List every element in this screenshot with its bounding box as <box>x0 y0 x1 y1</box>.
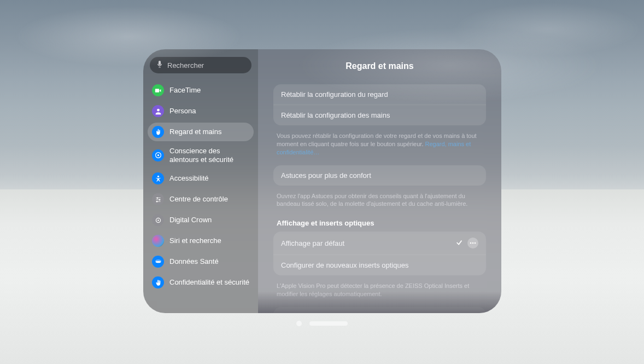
row-comfort-tips[interactable]: Astuces pour plus de confort <box>273 165 486 186</box>
caption-inserts: L'Apple Vision Pro peut détecter la prés… <box>273 280 486 307</box>
svg-point-5 <box>159 199 160 200</box>
sidebar-item-digital-crown[interactable]: Digital Crown <box>148 211 254 229</box>
group-display: Affichage par défaut Configurer de nouve… <box>273 232 486 275</box>
row-default-display[interactable]: Affichage par défaut <box>273 232 486 255</box>
siri-icon <box>152 235 164 247</box>
sidebar-item-label: Données Santé <box>169 257 219 266</box>
sidebar-item-label: Centre de contrôle <box>169 195 228 204</box>
sidebar-item-label: Regard et mains <box>169 128 221 136</box>
section-display-inserts: Affichage et inserts optiques <box>273 217 486 232</box>
sidebar-item-label: Accessibilité <box>169 174 209 183</box>
sidebar-item-eyes-hands[interactable]: Regard et mains <box>148 123 254 141</box>
settings-window: Rechercher FaceTime Persona Regard et ma… <box>143 49 501 313</box>
svg-point-8 <box>157 219 159 221</box>
svg-point-0 <box>157 108 160 111</box>
sidebar-item-health[interactable]: Données Santé <box>148 252 254 271</box>
row-refit-display[interactable]: Ajuster de nouveau l'affichage <box>273 307 486 313</box>
sidebar-item-control-center[interactable]: Centre de contrôle <box>148 190 254 209</box>
sidebar-item-label: Confidentialité et sécurité <box>169 278 249 287</box>
search-placeholder: Rechercher <box>167 61 204 70</box>
svg-point-13 <box>475 242 476 244</box>
row-label: Rétablir la configuration des mains <box>281 111 390 119</box>
hand-raised-icon <box>152 276 164 288</box>
pager-dot[interactable] <box>296 321 302 326</box>
svg-point-11 <box>470 242 472 244</box>
video-icon <box>152 84 164 96</box>
main-panel: Regard et mains Rétablir la configuratio… <box>258 49 501 313</box>
accessibility-icon <box>152 172 164 184</box>
page-title: Regard et mains <box>273 61 486 71</box>
row-label: Configurer de nouveaux inserts optiques <box>281 261 408 269</box>
sidebar-item-label: Persona <box>169 107 196 115</box>
sidebar-item-privacy[interactable]: Confidentialité et sécurité <box>148 273 254 292</box>
caption-comfort: Ouvrez l'app Astuces pour obtenir des co… <box>273 190 486 217</box>
microphone-icon <box>156 61 163 70</box>
more-button[interactable] <box>467 238 478 249</box>
svg-point-6 <box>156 201 157 202</box>
caption-rerun: Vous pouvez rétablir la configuration de… <box>273 130 486 165</box>
group-refit: Ajuster de nouveau l'affichage <box>273 307 486 313</box>
group-rerun: Rétablir la configuration du regard Réta… <box>273 84 486 125</box>
window-pager <box>296 321 348 326</box>
sidebar-item-label: Conscience des alentours et sécurité <box>169 147 249 164</box>
row-label: Astuces pour plus de confort <box>281 171 371 180</box>
sliders-icon <box>152 193 164 205</box>
person-icon <box>152 105 164 117</box>
sidebar-item-label: Siri et recherche <box>169 236 221 245</box>
svg-point-12 <box>472 242 474 244</box>
crown-dial-icon <box>152 214 164 226</box>
row-setup-new-inserts[interactable]: Configurer de nouveaux inserts optiques <box>273 255 486 275</box>
sidebar-item-label: FaceTime <box>169 86 201 95</box>
eye-circle-icon <box>152 149 164 161</box>
sidebar-item-facetime[interactable]: FaceTime <box>148 81 254 100</box>
hand-point-icon <box>152 126 164 138</box>
sidebar-item-awareness[interactable]: Conscience des alentours et sécurité <box>148 143 254 167</box>
sidebar-item-accessibility[interactable]: Accessibilité <box>148 169 254 188</box>
svg-point-4 <box>156 197 157 198</box>
sidebar-item-persona[interactable]: Persona <box>148 102 254 120</box>
svg-point-3 <box>157 176 159 177</box>
svg-point-2 <box>157 154 159 156</box>
row-label: Affichage par défaut <box>281 239 344 247</box>
sidebar-item-label: Digital Crown <box>169 216 212 224</box>
row-label: Rétablir la configuration du regard <box>281 90 388 99</box>
sidebar-item-siri[interactable]: Siri et recherche <box>148 232 254 250</box>
health-icon <box>152 256 164 268</box>
checkmark-icon <box>455 239 463 248</box>
row-rerun-hand-setup[interactable]: Rétablir la configuration des mains <box>273 105 486 125</box>
row-rerun-eye-setup[interactable]: Rétablir la configuration du regard <box>273 84 486 105</box>
search-input[interactable]: Rechercher <box>150 57 251 73</box>
sidebar: Rechercher FaceTime Persona Regard et ma… <box>143 49 258 313</box>
group-comfort: Astuces pour plus de confort <box>273 165 486 186</box>
pager-handle[interactable] <box>309 321 348 326</box>
